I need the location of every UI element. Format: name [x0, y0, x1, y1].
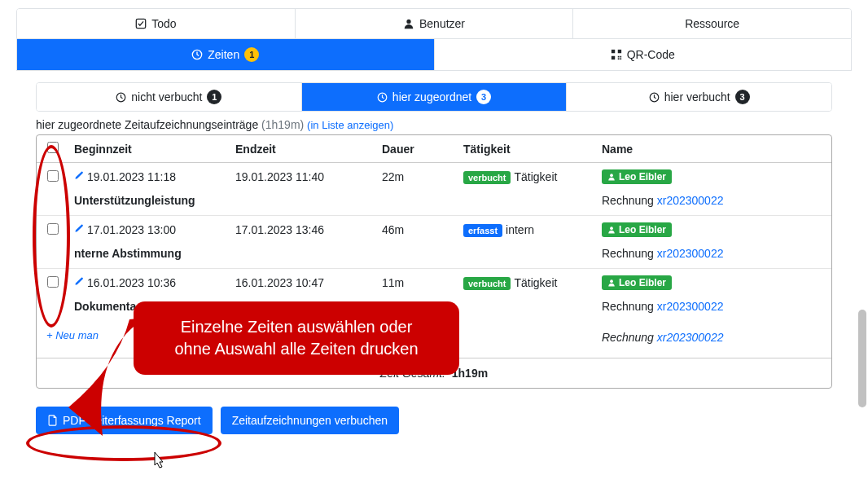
- svg-rect-5: [612, 56, 615, 59]
- subtab-nicht-verbucht-badge: 1: [207, 90, 221, 104]
- svg-point-15: [610, 279, 613, 283]
- cell-end: 17.01.2023 13:46: [230, 216, 377, 244]
- clock-icon: [377, 92, 388, 103]
- subtab-hier-zugeordnet[interactable]: hier zugeordnet 3: [302, 83, 568, 111]
- row-checkbox[interactable]: [47, 223, 59, 235]
- svg-point-1: [406, 20, 410, 24]
- tab-todo-label: Todo: [151, 17, 176, 30]
- table-sub-row: DokumentaRechnung xr202300022: [37, 297, 831, 321]
- user-badge[interactable]: Leo Eibler: [602, 275, 672, 290]
- th-dur: Dauer: [377, 135, 458, 163]
- th-begin: Beginnzeit: [69, 135, 230, 163]
- clock-icon: [116, 92, 126, 103]
- tab-todo[interactable]: Todo: [17, 9, 296, 38]
- user-icon: [403, 18, 414, 29]
- invoice-ref: Rechnung xr202300022: [597, 297, 831, 321]
- svg-rect-8: [617, 58, 619, 59]
- user-badge[interactable]: Leo Eibler: [602, 222, 672, 237]
- subtab-nicht-verbucht[interactable]: nicht verbucht 1: [37, 83, 302, 111]
- cell-begin: 19.01.2023 11:18: [87, 170, 176, 183]
- vertical-scrollbar[interactable]: [858, 310, 866, 407]
- table-row: 16.01.2023 10:3616.01.2023 10:4711mverbu…: [37, 269, 831, 297]
- table-row: 19.01.2023 11:1819.01.2023 11:4022mverbu…: [37, 163, 831, 191]
- entry-title: Dokumenta: [74, 300, 136, 313]
- cell-end: 16.01.2023 10:47: [230, 269, 377, 297]
- qrcode-icon: [611, 49, 622, 60]
- pdf-report-button[interactable]: PDF Zeiterfassungs Report: [36, 407, 213, 434]
- invoice-link[interactable]: xr202300022: [657, 194, 724, 207]
- status-badge: verbucht: [463, 171, 511, 184]
- clock-icon: [191, 49, 203, 60]
- cell-begin: 16.01.2023 10:36: [87, 276, 176, 289]
- tab-zeiten-label: Zeiten: [208, 48, 239, 61]
- svg-rect-9: [620, 56, 621, 58]
- status-badge: verbucht: [463, 277, 511, 290]
- invoice-link[interactable]: xr202300022: [657, 300, 724, 313]
- cell-act: Tätigkeit: [514, 170, 557, 183]
- table-sub-row: UnterstützungleistungRechnung xr20230002…: [37, 191, 831, 216]
- tab-zeiten[interactable]: Zeiten 1: [17, 39, 435, 70]
- invoice-ref: Rechnung xr202300022: [597, 321, 831, 358]
- tab-zeiten-badge: 1: [244, 47, 259, 62]
- tab-ressource-label: Ressource: [685, 17, 739, 30]
- edit-icon[interactable]: [74, 170, 84, 183]
- cursor-icon: [150, 451, 166, 473]
- invoice-ref: Rechnung xr202300022: [597, 191, 831, 216]
- cell-dur: 46m: [377, 216, 458, 244]
- svg-rect-4: [617, 50, 620, 53]
- tab-benutzer[interactable]: Benutzer: [296, 9, 574, 38]
- svg-point-13: [610, 174, 613, 177]
- th-name: Name: [597, 135, 831, 163]
- subtab-hier-verbucht[interactable]: hier verbucht 3: [567, 83, 831, 111]
- tab-qrcode[interactable]: QR-Code: [435, 39, 852, 70]
- cell-act: Tätigkeit: [514, 276, 557, 289]
- new-entry-link[interactable]: + Neu man: [42, 324, 592, 350]
- entry-title: nterne Abstimmung: [74, 247, 182, 260]
- subtab-hier-verbucht-badge: 3: [735, 90, 750, 104]
- svg-point-14: [610, 227, 613, 230]
- cell-dur: 22m: [377, 163, 458, 191]
- subtab-hier-zugeordnet-label: hier zugeordnet: [392, 90, 471, 103]
- book-entries-button[interactable]: Zeitaufzeichnungen verbuchen: [221, 407, 399, 434]
- row-checkbox[interactable]: [47, 170, 59, 182]
- invoice-ref: Rechnung xr202300022: [597, 244, 831, 269]
- th-end: Endzeit: [230, 135, 377, 163]
- row-checkbox[interactable]: [47, 276, 59, 288]
- tab-qrcode-label: QR-Code: [627, 48, 675, 61]
- edit-icon[interactable]: [74, 276, 84, 289]
- file-pdf-icon: [47, 415, 58, 426]
- check-square-icon: [135, 18, 147, 29]
- select-all-checkbox[interactable]: [47, 142, 59, 153]
- subtab-hier-zugeordnet-badge: 3: [476, 90, 491, 104]
- invoice-link[interactable]: xr202300022: [657, 247, 724, 260]
- user-badge[interactable]: Leo Eibler: [602, 169, 672, 184]
- edit-icon[interactable]: [74, 223, 84, 236]
- tab-benutzer-label: Benutzer: [419, 17, 465, 30]
- subtab-hier-verbucht-label: hier verbucht: [664, 90, 730, 103]
- list-caption: hier zugeordnete Zeitaufzeichnungseinträ…: [36, 118, 832, 131]
- cell-dur: 11m: [377, 269, 458, 297]
- clock-icon: [649, 92, 660, 103]
- show-in-list-link[interactable]: (in Liste anzeigen): [307, 119, 393, 131]
- invoice-link[interactable]: xr202300022: [657, 331, 724, 344]
- entry-title: Unterstützungleistung: [74, 194, 195, 207]
- cell-begin: 17.01.2023 13:00: [87, 223, 176, 236]
- tab-ressource[interactable]: Ressource: [573, 9, 851, 38]
- table-row: 17.01.2023 13:0017.01.2023 13:4646merfas…: [37, 216, 831, 244]
- table-sub-row: nterne AbstimmungRechnung xr202300022: [37, 244, 831, 269]
- total-row: Zeit Gesamt: 1h19m: [37, 358, 831, 388]
- svg-rect-7: [620, 58, 621, 59]
- status-badge: erfasst: [463, 224, 502, 237]
- cell-end: 19.01.2023 11:40: [230, 163, 377, 191]
- cell-act: intern: [506, 223, 534, 236]
- svg-rect-6: [617, 56, 619, 58]
- th-act: Tätigkeit: [458, 135, 597, 163]
- subtab-nicht-verbucht-label: nicht verbucht: [131, 90, 202, 103]
- svg-rect-3: [612, 50, 615, 53]
